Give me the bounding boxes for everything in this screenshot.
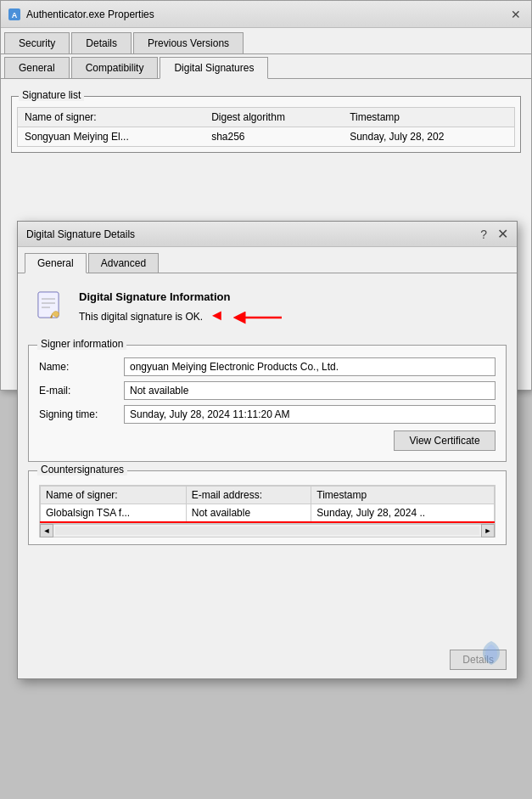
sig-info-header: Digital Signature Information This digit… xyxy=(28,284,507,333)
dialog-title: Digital Signature Details xyxy=(26,228,135,240)
sig-info-text-area: Digital Signature Information This digit… xyxy=(79,290,282,326)
counter-row-timestamp: Sunday, July 28, 2024 .. xyxy=(311,504,495,522)
tab-compatibility[interactable]: Compatibility xyxy=(71,57,159,79)
signature-list-label: Signature list xyxy=(19,89,84,101)
dialog-tabs: General Advanced xyxy=(18,247,517,273)
tabs-row-2: General Compatibility Digital Signatures xyxy=(1,54,531,79)
digital-signature-details-dialog: Digital Signature Details ? ✕ General Ad… xyxy=(17,221,518,679)
sig-info-title: Digital Signature Information xyxy=(79,290,282,303)
scroll-track[interactable] xyxy=(55,526,479,535)
row-name: Songyuan Meiying El... xyxy=(18,127,204,147)
tab-security[interactable]: Security xyxy=(4,32,70,54)
counter-row-email: Not available xyxy=(186,504,311,522)
dialog-content: Digital Signature Information This digit… xyxy=(18,273,517,555)
countersignatures-label: Countersignatures xyxy=(37,464,127,475)
table-row[interactable]: Globalsign TSA f... Not available Sunday… xyxy=(41,504,495,522)
main-content-area: Signature list Name of signer: Digest al… xyxy=(1,79,531,163)
counter-row-name: Globalsign TSA f... xyxy=(41,504,187,522)
signing-time-label: Signing time: xyxy=(39,408,124,420)
email-value[interactable]: Not available xyxy=(124,381,496,400)
tab-details[interactable]: Details xyxy=(71,32,132,54)
row-algorithm: sha256 xyxy=(204,127,343,147)
dialog-tab-general[interactable]: General xyxy=(25,253,87,273)
signer-info-label: Signer information xyxy=(37,338,126,350)
counter-col-email: E-mail address: xyxy=(186,486,311,504)
counter-col-name: Name of signer: xyxy=(41,486,187,504)
countersignatures-group: Countersignatures Name of signer: E-mail… xyxy=(28,470,507,545)
counter-col-timestamp: Timestamp xyxy=(311,486,495,504)
dialog-close-button[interactable]: ✕ xyxy=(497,226,508,242)
signing-time-field-row: Signing time: Sunday, July 28, 2024 11:1… xyxy=(39,405,496,424)
horizontal-scrollbar[interactable]: ◄ ► xyxy=(39,524,496,537)
table-row[interactable]: Songyuan Meiying El... sha256 Sunday, Ju… xyxy=(18,127,514,147)
col-name: Name of signer: xyxy=(18,108,204,127)
main-title-bar: A Authenticator.exe Properties ✕ xyxy=(1,1,531,28)
tab-general[interactable]: General xyxy=(4,57,70,79)
red-arrow-graphic xyxy=(231,309,282,326)
name-value[interactable]: ongyuan Meiying Electronic Products Co.,… xyxy=(124,357,496,376)
sig-info-status: This digital signature is OK. ◄ xyxy=(79,307,282,326)
email-field-row: E-mail: Not available xyxy=(39,381,496,400)
dialog-tab-advanced[interactable]: Advanced xyxy=(88,253,159,273)
security-watermark-icon xyxy=(478,639,505,667)
tab-previous-versions[interactable]: Previous Versions xyxy=(133,32,244,54)
tabs-row-1: Security Details Previous Versions xyxy=(1,28,531,54)
tab-digital-signatures[interactable]: Digital Signatures xyxy=(160,57,268,79)
signature-table: Name of signer: Digest algorithm Timesta… xyxy=(18,108,514,146)
col-algorithm: Digest algorithm xyxy=(204,108,343,127)
dialog-help-button[interactable]: ? xyxy=(480,228,487,241)
name-label: Name: xyxy=(39,361,124,373)
name-field-row: Name: ongyuan Meiying Electronic Product… xyxy=(39,357,496,376)
countersignatures-table: Name of signer: E-mail address: Timestam… xyxy=(40,486,495,523)
ok-arrow-icon: ◄ xyxy=(209,307,224,324)
dialog-footer: Details xyxy=(450,650,507,670)
scroll-right-button[interactable]: ► xyxy=(481,524,495,537)
app-icon: A xyxy=(8,8,21,21)
email-label: E-mail: xyxy=(39,385,124,397)
dialog-title-actions: ? ✕ xyxy=(480,226,508,242)
scroll-left-button[interactable]: ◄ xyxy=(40,524,53,537)
document-signature-icon xyxy=(35,290,69,324)
main-close-button[interactable]: ✕ xyxy=(507,6,524,23)
title-bar-left: A Authenticator.exe Properties xyxy=(8,8,154,21)
signer-information-group: Signer information Name: ongyuan Meiying… xyxy=(28,345,507,462)
row-timestamp: Sunday, July 28, 202 xyxy=(343,127,514,147)
dialog-title-bar: Digital Signature Details ? ✕ xyxy=(18,222,517,247)
svg-text:A: A xyxy=(12,11,18,20)
main-window-title: Authenticator.exe Properties xyxy=(26,8,154,20)
view-certificate-button[interactable]: View Certificate xyxy=(394,430,496,451)
col-timestamp: Timestamp xyxy=(343,108,514,127)
signing-time-value[interactable]: Sunday, July 28, 2024 11:11:20 AM xyxy=(124,405,496,424)
